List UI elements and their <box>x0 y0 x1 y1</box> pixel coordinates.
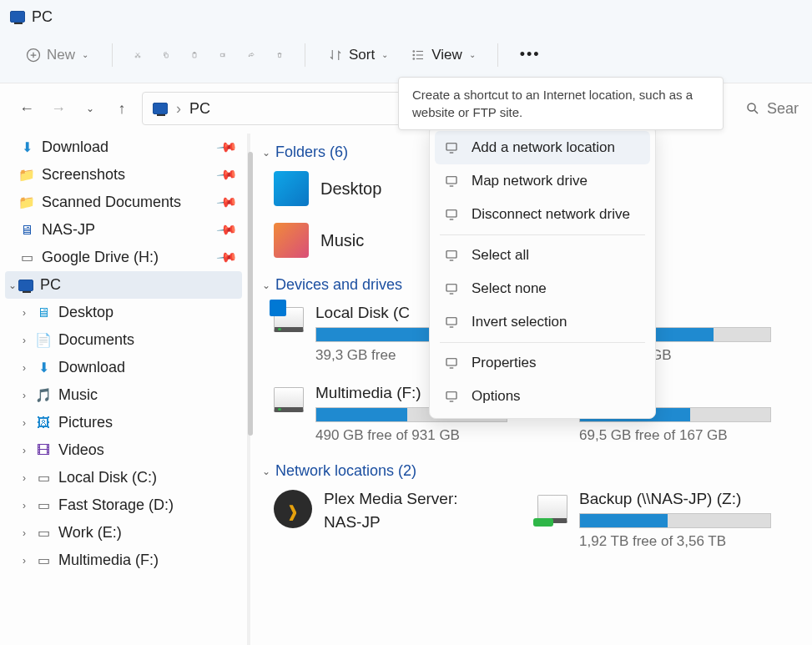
folder-green-icon: 📁 <box>18 167 35 184</box>
chevron-right-icon[interactable]: › <box>18 472 30 484</box>
drive-icon <box>274 387 304 412</box>
rename-icon[interactable] <box>214 47 231 63</box>
pictures-icon: 🖼 <box>35 415 52 431</box>
plex-icon <box>274 490 312 528</box>
search-box[interactable]: Sear <box>737 93 812 124</box>
folder-yellow-icon: 📁 <box>18 194 35 211</box>
nav-tree-item[interactable]: › ⬇ Download <box>5 354 242 381</box>
menu-item-label: Select all <box>472 247 529 264</box>
nav-pinned-item[interactable]: 🖥 NAS-JP 📌 <box>5 216 242 244</box>
monitor-plus-icon <box>443 139 460 156</box>
folder-icon <box>274 223 309 258</box>
chevron-right-icon[interactable]: › <box>18 500 30 511</box>
menu-item[interactable]: Disconnect network drive <box>435 198 650 231</box>
chevron-right-icon[interactable]: › <box>18 417 30 429</box>
up-button[interactable]: ↑ <box>110 100 134 118</box>
properties-icon <box>443 355 460 371</box>
network-name: Plex Media Server: <box>324 490 507 508</box>
nav-tree-item[interactable]: › ▭ Fast Storage (D:) <box>5 491 242 519</box>
nav-item-label: Local Disk (C:) <box>58 469 157 486</box>
nav-item-label: Download <box>58 359 125 376</box>
menu-item[interactable]: Properties <box>435 346 650 380</box>
chevron-right-icon[interactable]: › <box>18 362 30 374</box>
menu-item[interactable]: Select none <box>435 272 650 305</box>
chevron-right-icon[interactable]: › <box>18 390 30 401</box>
chevron-right-icon[interactable]: › <box>18 555 30 567</box>
monitor-drive-icon <box>443 173 460 189</box>
nav-tree-item[interactable]: › 🖥 Desktop <box>5 299 242 326</box>
forward-button[interactable]: → <box>47 100 70 118</box>
svg-point-10 <box>748 103 755 111</box>
pin-icon: 📌 <box>215 136 239 159</box>
nav-tree-item[interactable]: › 🎵 Music <box>5 381 242 409</box>
menu-item[interactable]: Select all <box>435 239 650 272</box>
nav-pinned-item[interactable]: 📁 Scanned Documents 📌 <box>5 189 242 216</box>
drive-sub: 69,5 GB free of 167 GB <box>579 427 771 444</box>
download-icon: ⬇ <box>18 139 35 156</box>
recent-locations-button[interactable]: ⌄ <box>78 103 102 114</box>
menu-item-label: Add a network location <box>472 139 615 156</box>
sort-icon <box>327 47 344 63</box>
titlebar: PC <box>0 0 812 30</box>
menu-item[interactable]: Invert selection <box>435 305 650 339</box>
chevron-down-icon: ⌄ <box>262 280 270 291</box>
nav-tree-item[interactable]: › ▭ Work (E:) <box>5 519 242 547</box>
nav-tree-item[interactable]: › 🖼 Pictures <box>5 409 242 436</box>
share-icon[interactable] <box>243 47 260 63</box>
chevron-down-icon: ⌄ <box>469 50 476 59</box>
nav-item-label: Fast Storage (D:) <box>58 496 174 514</box>
download-icon: ⬇ <box>35 360 52 376</box>
menu-item[interactable]: Map network drive <box>435 164 650 198</box>
network-name: Backup (\\NAS-JP) (Z:) <box>579 490 771 508</box>
nav-pc[interactable]: ⌄ PC <box>5 271 242 299</box>
copy-icon[interactable] <box>158 47 174 63</box>
nav-tree-item[interactable]: › ▭ Multimedia (F:) <box>5 547 242 574</box>
more-button[interactable]: ••• <box>515 43 546 67</box>
delete-icon[interactable] <box>271 47 288 63</box>
view-button[interactable]: View ⌄ <box>405 43 481 67</box>
nav-tree-item[interactable]: › 📄 Documents <box>5 326 242 354</box>
svg-point-7 <box>413 50 415 52</box>
navigation-pane: ⬇ Download 📌📁 Screenshots 📌📁 Scanned Doc… <box>0 134 250 645</box>
paste-icon[interactable] <box>186 47 203 63</box>
svg-rect-11 <box>446 144 456 150</box>
nav-tree-item[interactable]: › 🎞 Videos <box>5 436 242 464</box>
nav-pinned-item[interactable]: ⬇ Download 📌 <box>5 134 242 161</box>
network-name-2: NAS-JP <box>324 513 507 532</box>
chevron-right-icon[interactable]: › <box>18 335 30 346</box>
nav-pinned-item[interactable]: ▭ Google Drive (H:) 📌 <box>5 244 242 271</box>
svg-rect-14 <box>446 251 456 258</box>
section-network[interactable]: ⌄ Network locations (2) <box>262 457 800 486</box>
folder-name: Desktop <box>320 179 381 199</box>
menu-item[interactable]: Add a network location <box>435 131 650 164</box>
drive-icon: ▭ <box>18 249 35 266</box>
folder-icon <box>274 171 309 206</box>
chevron-right-icon[interactable]: › <box>18 445 30 456</box>
nav-tree-item[interactable]: › ▭ Local Disk (C:) <box>5 464 242 491</box>
back-button[interactable]: ← <box>15 100 38 118</box>
menu-item[interactable]: Options <box>435 380 650 413</box>
network-item[interactable]: Backup (\\NAS-JP) (Z:) 1,92 TB free of 3… <box>537 490 771 550</box>
nav-scrollbar[interactable] <box>248 152 253 436</box>
breadcrumb-separator: › <box>176 100 181 118</box>
window-title: PC <box>32 8 53 26</box>
chevron-right-icon[interactable]: › <box>18 527 30 539</box>
nav-item-label: Desktop <box>58 304 113 321</box>
sort-button[interactable]: Sort ⌄ <box>322 43 393 67</box>
menu-item-label: Properties <box>472 355 536 371</box>
chevron-right-icon[interactable]: › <box>18 307 30 319</box>
chevron-down-icon[interactable]: ⌄ <box>7 280 18 291</box>
breadcrumb-pc[interactable]: PC <box>189 100 210 118</box>
svg-rect-3 <box>165 53 169 57</box>
menu-item-label: Disconnect network drive <box>472 206 630 223</box>
svg-point-8 <box>413 54 415 56</box>
network-item[interactable]: Plex Media Server: NAS-JP <box>274 490 507 550</box>
svg-rect-16 <box>446 318 456 325</box>
cut-icon[interactable] <box>129 47 146 63</box>
chevron-down-icon: ⌄ <box>262 147 270 159</box>
nav-item-label: Work (E:) <box>58 524 122 542</box>
nav-pinned-item[interactable]: 📁 Screenshots 📌 <box>5 161 242 189</box>
chevron-down-icon: ⌄ <box>381 50 388 59</box>
new-button[interactable]: New ⌄ <box>18 43 95 67</box>
svg-rect-6 <box>220 53 224 56</box>
